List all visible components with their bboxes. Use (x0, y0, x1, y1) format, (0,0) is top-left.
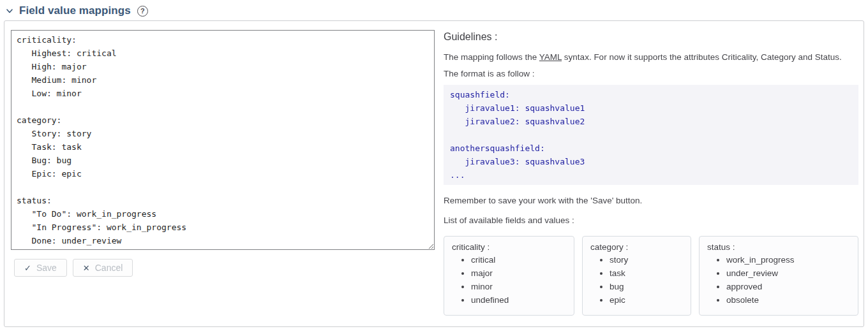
collapse-chevron-icon[interactable] (5, 6, 14, 15)
save-button[interactable]: ✓ Save (14, 259, 67, 277)
field-box-title: criticality : (452, 242, 566, 252)
list-item: minor (471, 280, 566, 293)
editor-column: criticality: Highest: critical High: maj… (11, 27, 436, 277)
list-item: story (610, 253, 683, 267)
field-values-list: story task bug epic (590, 253, 683, 307)
help-icon[interactable]: ? (137, 6, 148, 17)
cancel-button-label: Cancel (95, 263, 123, 273)
field-values-box-category: category : story task bug epic (582, 236, 691, 316)
yaml-mapping-editor[interactable]: criticality: Highest: critical High: maj… (11, 30, 435, 250)
fields-list-label: List of available fields and values : (444, 215, 858, 225)
intro-text-before-link: The mapping follows the (444, 52, 539, 62)
field-values-box-status: status : work_in_progress under_review a… (699, 236, 858, 316)
list-item: major (471, 267, 566, 280)
field-value-mappings-panel: criticality: Highest: critical High: maj… (4, 20, 864, 327)
field-values-box-criticality: criticality : critical major minor undef… (444, 236, 574, 316)
list-item: epic (610, 293, 683, 307)
field-box-title: category : (590, 242, 683, 252)
list-item: under_review (726, 267, 850, 280)
list-item: undefined (471, 293, 566, 307)
field-box-title: status : (707, 242, 850, 252)
list-item: task (610, 267, 683, 280)
field-values-list: critical major minor undefined (452, 253, 566, 307)
save-button-label: Save (36, 263, 57, 273)
save-reminder-text: Remember to save your work with the 'Sav… (444, 196, 858, 205)
check-icon: ✓ (24, 263, 31, 273)
section-title: Field value mappings (19, 4, 131, 17)
guidelines-column: Guidelines : The mapping follows the YAM… (444, 27, 858, 316)
list-item: critical (471, 253, 566, 267)
yaml-code-example: squashfield: jiravalue1: squashvalue1 ji… (444, 85, 858, 185)
section-header: Field value mappings ? (0, 0, 868, 20)
field-values-list: work_in_progress under_review approved o… (707, 253, 850, 307)
field-value-boxes: criticality : critical major minor undef… (444, 236, 858, 316)
guidelines-intro: The mapping follows the YAML syntax. For… (444, 49, 858, 82)
yaml-link[interactable]: YAML (539, 52, 562, 62)
editor-buttons: ✓ Save ✕ Cancel (14, 259, 436, 277)
guidelines-heading: Guidelines : (444, 31, 858, 43)
list-item: approved (726, 280, 850, 293)
list-item: bug (610, 280, 683, 293)
x-icon: ✕ (83, 263, 90, 273)
cancel-button[interactable]: ✕ Cancel (73, 259, 133, 277)
list-item: work_in_progress (726, 253, 850, 267)
list-item: obsolete (726, 293, 850, 307)
